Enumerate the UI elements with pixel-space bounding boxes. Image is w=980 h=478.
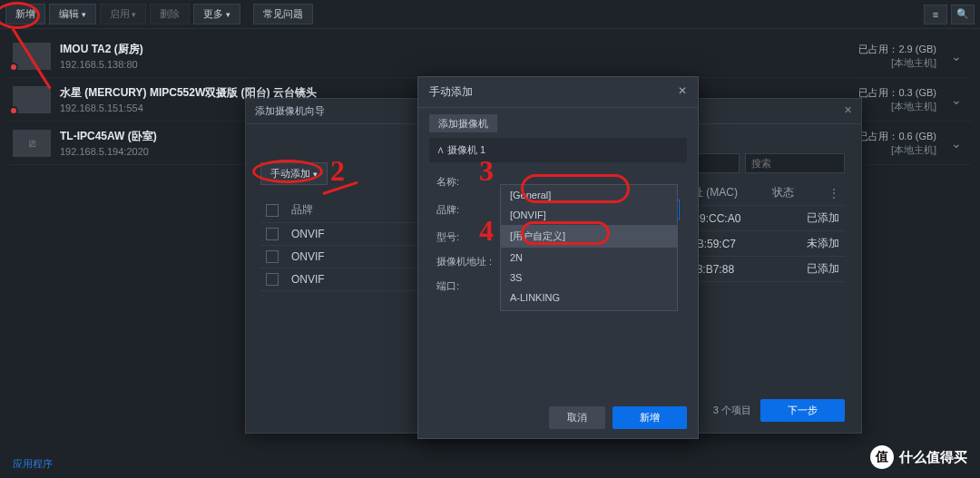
option[interactable]: A-LINKING — [501, 288, 677, 307]
cell: 已添加 — [807, 210, 839, 226]
checkbox[interactable] — [266, 273, 279, 286]
option[interactable]: [General] — [501, 185, 677, 205]
col-brand: 品牌 — [291, 202, 313, 218]
manual-add-modal: 手动添加 ✕ 添加摄像机 ∧ 摄像机 1 名称: 品牌: [General] 型… — [417, 76, 699, 439]
wizard-header: 添加摄像机向导 — [255, 104, 325, 118]
brand-dropdown[interactable]: [General] [ONVIF] [用户自定义] 2N 3S A-LINKIN… — [500, 184, 678, 311]
more-button[interactable]: 更多 — [193, 4, 240, 24]
used-value: 2.9 (GB) — [898, 44, 936, 54]
camera-name: IMOU TA2 (厨房) — [60, 42, 858, 57]
section-toggle[interactable]: ∧ 摄像机 1 — [436, 144, 485, 155]
used-value: 0.3 (GB) — [898, 87, 936, 98]
col-status: 状态 — [772, 185, 794, 200]
host-label: [本地主机] — [858, 56, 936, 70]
item-count: 3 个项目 — [713, 404, 751, 417]
close-icon[interactable]: ✕ — [844, 104, 852, 118]
search-input[interactable] — [745, 153, 845, 173]
option[interactable]: A-MTK — [501, 307, 677, 311]
label-brand: 品牌: — [436, 203, 500, 217]
edit-button[interactable]: 编辑 — [49, 4, 96, 24]
more-icon[interactable]: ⋮ — [828, 187, 839, 200]
watermark: 值 什么值得买 — [870, 445, 967, 469]
option[interactable]: [ONVIF] — [501, 205, 677, 225]
checkbox[interactable] — [266, 250, 279, 263]
cell: 已添加 — [807, 261, 839, 277]
chevron-down-icon[interactable]: ⌄ — [951, 49, 962, 63]
footer-link[interactable]: 应用程序 — [13, 457, 53, 471]
cell: ONVIF — [291, 273, 325, 286]
tab-add-camera[interactable]: 添加摄像机 — [429, 114, 497, 132]
cell: 未添加 — [807, 236, 839, 251]
option[interactable]: 3S — [501, 268, 677, 288]
label-port: 端口: — [436, 279, 500, 293]
used-label: 已占用： — [858, 87, 898, 98]
camera-thumbnail: ⎚ — [13, 130, 51, 157]
label-name: 名称: — [436, 175, 500, 189]
watermark-badge: 值 — [870, 445, 894, 469]
host-label: [本地主机] — [858, 100, 936, 113]
cancel-button[interactable]: 取消 — [549, 406, 605, 429]
chevron-up-icon: ∧ — [436, 144, 445, 155]
cell: ONVIF — [291, 228, 325, 240]
used-value: 0.6 (GB) — [898, 131, 936, 141]
confirm-button[interactable]: 新增 — [612, 406, 687, 429]
label-model: 型号: — [436, 230, 500, 244]
list-view-icon[interactable]: ≡ — [924, 5, 947, 24]
table-row[interactable]: A:C9:CC:A0已添加 — [676, 206, 845, 231]
table-row[interactable]: 9:1B:59:C7未添加 — [676, 231, 845, 257]
camera-address: 192.168.5.138:80 — [60, 59, 858, 70]
section-label: 摄像机 1 — [447, 144, 485, 155]
delete-button[interactable]: 删除 — [150, 4, 190, 24]
top-toolbar: 新增 编辑 启用 删除 更多 常见问题 ≡ 🔍 — [0, 0, 980, 29]
checkbox[interactable] — [266, 204, 279, 217]
camera-thumbnail — [13, 86, 51, 113]
wizard-mac-table: 地址 (MAC)状态⋮ A:C9:CC:A0已添加 9:1B:59:C7未添加 … — [676, 180, 845, 282]
status-dot — [9, 63, 18, 72]
mode-dropdown[interactable]: 手动添加 — [260, 162, 328, 185]
next-button[interactable]: 下一步 — [760, 399, 845, 422]
host-label: [本地主机] — [858, 143, 936, 157]
search-icon[interactable]: 🔍 — [951, 5, 975, 24]
close-icon[interactable]: ✕ — [678, 84, 687, 100]
used-label: 已占用： — [858, 44, 898, 54]
watermark-text: 什么值得买 — [899, 449, 967, 466]
enable-button[interactable]: 启用 — [100, 4, 147, 24]
modal-title: 手动添加 — [429, 84, 473, 100]
list-item[interactable]: IMOU TA2 (厨房) 192.168.5.138:80 已占用：2.9 (… — [9, 34, 971, 78]
chevron-down-icon[interactable]: ⌄ — [951, 93, 962, 107]
option[interactable]: [用户自定义] — [501, 225, 677, 248]
camera-thumbnail — [13, 43, 51, 70]
status-dot — [9, 106, 18, 115]
cell: ONVIF — [291, 250, 325, 263]
checkbox[interactable] — [266, 228, 279, 240]
option[interactable]: 2N — [501, 248, 677, 268]
used-label: 已占用： — [858, 131, 898, 141]
table-row[interactable]: 8:98:B7:88已添加 — [676, 257, 845, 282]
chevron-down-icon[interactable]: ⌄ — [951, 136, 962, 151]
faq-button[interactable]: 常见问题 — [253, 4, 313, 24]
add-button[interactable]: 新增 — [5, 4, 45, 24]
label-address: 摄像机地址 : — [436, 255, 500, 268]
